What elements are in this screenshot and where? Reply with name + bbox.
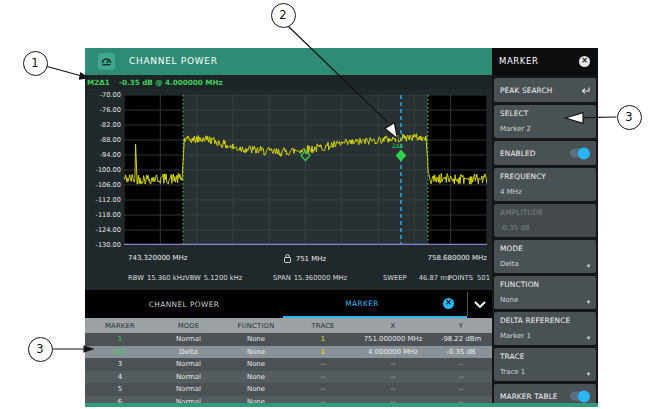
column-header-function: FUNCTION: [222, 318, 290, 333]
panel-button-amplitude-value: -0.35 dB: [500, 224, 530, 232]
collapse-panel-button[interactable]: [468, 290, 492, 318]
panel-title: MARKER: [499, 56, 539, 66]
setting-points: POINTS501: [448, 274, 490, 282]
panel-button-frequency[interactable]: FREQUENCY4 MHz: [494, 168, 596, 201]
stop-frequency-label: 758.680000 MHz: [427, 254, 487, 262]
lock-icon: [284, 254, 291, 263]
cell-x: --: [356, 371, 430, 384]
y-axis-tick-label: -130.00: [85, 241, 121, 249]
cell-function: None: [222, 383, 290, 396]
chevron-down-icon: ▾: [587, 298, 590, 306]
marker-table-row[interactable]: 3NormalNone------: [85, 358, 492, 371]
panel-button-frequency-label: FREQUENCY: [500, 172, 546, 181]
panel-button-peak-search[interactable]: PEAK SEARCH: [494, 78, 596, 102]
y-axis-tick-label: -118.00: [85, 211, 121, 219]
y-axis-tick-label: -112.00: [85, 196, 121, 204]
measurement-area: CHANNEL POWER M2Δ1 -0.35 dB @ 4.000000 M…: [85, 48, 492, 407]
panel-button-function[interactable]: FUNCTIONNone▾: [494, 276, 596, 309]
cell-mode: Normal: [155, 371, 222, 384]
marker-table-row[interactable]: 6NormalNone------: [85, 396, 492, 404]
cell-mode: Delta: [155, 346, 222, 359]
cell-mode: Normal: [155, 396, 222, 404]
cell-mode: Normal: [155, 358, 222, 371]
cell-function: None: [222, 358, 290, 371]
cell-mode: Normal: [155, 383, 222, 396]
column-header-trace: TRACE: [290, 318, 356, 333]
callout-2-badge: 2: [271, 3, 296, 28]
y-axis-tick-label: -82.00: [85, 121, 121, 129]
cell-trace: 1: [290, 333, 356, 346]
panel-button-mode-label: MODE: [500, 244, 523, 253]
bottom-accent-bar: [85, 403, 598, 407]
start-frequency-label: 743.320000 MHz: [128, 254, 188, 262]
setting-vbw: VBW5.1200 kHz: [185, 274, 242, 282]
sweep-settings-bar: RBW15.360 kHzVBW5.1200 kHzSPAN15.360000 …: [85, 267, 492, 290]
setting-rbw: RBW15.360 kHz: [128, 274, 185, 282]
tab-channel-power[interactable]: CHANNEL POWER: [85, 290, 283, 318]
panel-button-trace[interactable]: TRACETrace 1▾: [494, 348, 596, 381]
y-axis-tick-label: -94.00: [85, 151, 121, 159]
panel-button-select[interactable]: SELECTMarker 2: [494, 105, 596, 138]
callout-3-right-badge: 3: [617, 105, 642, 130]
enabled-toggle[interactable]: [570, 149, 589, 158]
panel-header: MARKER ×: [492, 48, 598, 75]
cell-x: 751.000000 MHz: [356, 333, 430, 346]
cell-trace: --: [290, 371, 356, 384]
panel-button-enabled[interactable]: ENABLED: [494, 141, 596, 165]
chevron-down-icon: ▾: [587, 370, 590, 378]
panel-button-function-value: None: [500, 296, 518, 304]
marker-table-row[interactable]: 5NormalNone------: [85, 383, 492, 396]
panel-button-marker-table-label: MARKER TABLE: [500, 392, 558, 401]
panel-buttons: PEAK SEARCHSELECTMarker 2ENABLEDFREQUENC…: [492, 78, 598, 407]
panel-button-trace-value: Trace 1: [500, 368, 525, 376]
measurement-app-icon[interactable]: [98, 53, 115, 70]
panel-button-trace-label: TRACE: [500, 352, 525, 361]
y-axis-tick-label: -76.00: [85, 106, 121, 114]
chevron-down-icon: [474, 301, 486, 308]
panel-button-function-label: FUNCTION: [500, 280, 539, 289]
marker-table-row[interactable]: 1NormalNone1751.000000 MHz-98.22 dBm: [85, 333, 492, 346]
cell-marker: 6: [85, 396, 155, 404]
callout-1-badge: 1: [23, 51, 48, 76]
y-axis-tick-label: -70.00: [85, 91, 121, 99]
marker-table-row[interactable]: 4NormalNone------: [85, 371, 492, 384]
y-axis-tick-label: -124.00: [85, 226, 121, 234]
y-axis-tick-label: -106.00: [85, 181, 121, 189]
panel-close-icon[interactable]: ×: [579, 56, 590, 67]
cell-x: --: [356, 396, 430, 404]
spectrum-trace-canvas[interactable]: 2Δ1: [124, 95, 487, 245]
marker-table-row[interactable]: 2Δ1DeltaNone14.000000 MHz-0.35 dB: [85, 346, 492, 359]
cell-y: --: [430, 358, 492, 371]
column-header-mode: MODE: [155, 318, 222, 333]
tab-marker-label: MARKER: [345, 299, 379, 308]
tab-marker-close-icon[interactable]: ×: [443, 298, 454, 309]
setting-span: SPAN15.360000 MHz: [273, 274, 347, 282]
cell-function: None: [222, 346, 290, 359]
cell-trace: 1: [290, 346, 356, 359]
marker-table-toggle[interactable]: [570, 392, 589, 401]
toggle-knob: [578, 390, 590, 402]
panel-button-amplitude: AMPLITUDE-0.35 dB: [494, 204, 596, 237]
app-header: CHANNEL POWER: [85, 48, 492, 75]
cell-marker: 3: [85, 358, 155, 371]
frequency-axis: 743.320000 MHz 751 MHz 758.680000 MHz: [85, 250, 492, 267]
toggle-knob: [578, 147, 590, 159]
cell-y: --: [430, 396, 492, 404]
cell-function: None: [222, 396, 290, 404]
manual-figure-page: 1 2 3 3 CHANNEL POWER: [0, 0, 655, 409]
tab-marker[interactable]: MARKER ×: [283, 290, 467, 318]
cell-mode: Normal: [155, 333, 222, 346]
marker-table-header: MARKERMODEFUNCTIONTRACEXY: [85, 318, 492, 333]
cell-function: None: [222, 371, 290, 384]
cell-trace: --: [290, 358, 356, 371]
marker-readout-value: -0.35 dB @ 4.000000 MHz: [119, 78, 223, 87]
cell-function: None: [222, 333, 290, 346]
enter-icon: [580, 81, 590, 100]
center-frequency-label: 751 MHz: [296, 255, 327, 263]
panel-button-delta-reference[interactable]: DELTA REFERENCEMarker 1▾: [494, 312, 596, 345]
panel-button-select-label: SELECT: [500, 109, 528, 118]
cell-marker: 2Δ1: [85, 346, 155, 359]
cell-y: -98.22 dBm: [430, 333, 492, 346]
panel-button-mode[interactable]: MODEDelta▾: [494, 240, 596, 273]
cell-marker: 1: [85, 333, 155, 346]
